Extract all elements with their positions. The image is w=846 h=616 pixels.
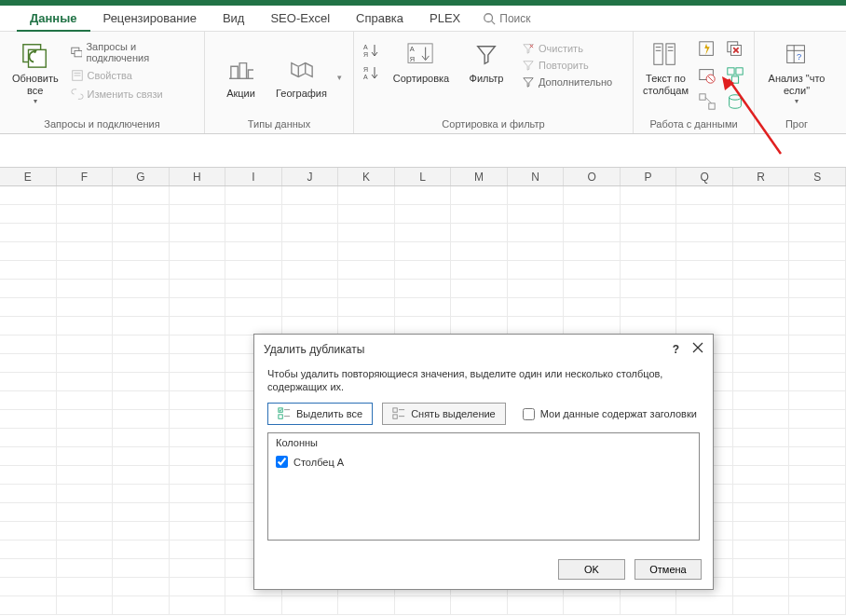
cell[interactable] [282, 596, 339, 614]
cell[interactable] [621, 298, 677, 316]
cell[interactable] [57, 261, 114, 279]
tab-data[interactable]: Данные [17, 6, 90, 32]
cell[interactable] [170, 391, 226, 409]
column-header[interactable]: M [451, 168, 508, 185]
cancel-button[interactable]: Отмена [634, 559, 702, 580]
cell[interactable] [676, 298, 733, 316]
cell[interactable] [395, 280, 452, 297]
cell[interactable] [170, 298, 226, 316]
cell[interactable] [621, 261, 677, 279]
cell[interactable] [0, 186, 57, 204]
cell[interactable] [170, 373, 226, 390]
cell[interactable] [0, 410, 57, 428]
cell[interactable] [508, 261, 565, 279]
cell[interactable] [508, 224, 565, 241]
text-to-columns-button[interactable]: Текст по столбцам [641, 37, 690, 99]
cell[interactable] [170, 317, 226, 335]
column-a-item[interactable]: Столбец A [276, 456, 691, 468]
cell[interactable] [733, 186, 790, 204]
select-all-button[interactable]: Выделить все [267, 403, 373, 425]
remove-duplicates-button[interactable] [722, 37, 748, 62]
filter-button[interactable]: Фильтр [460, 37, 512, 87]
cell[interactable] [789, 447, 846, 465]
cell[interactable] [508, 317, 565, 335]
cell[interactable] [57, 373, 114, 390]
cell[interactable] [225, 224, 282, 241]
cell[interactable] [395, 261, 452, 279]
cell[interactable] [395, 317, 452, 335]
ok-button[interactable]: OK [558, 559, 625, 580]
cell[interactable] [170, 485, 226, 502]
cell[interactable] [789, 466, 846, 484]
cell[interactable] [170, 541, 226, 558]
column-header[interactable]: F [57, 168, 114, 185]
cell[interactable] [225, 205, 282, 223]
cell[interactable] [733, 522, 790, 540]
cell[interactable] [733, 373, 790, 390]
cell[interactable] [395, 186, 452, 204]
cell[interactable] [170, 224, 226, 241]
tab-help[interactable]: Справка [343, 6, 416, 32]
cell[interactable] [789, 242, 846, 260]
cell[interactable] [282, 242, 339, 260]
cell[interactable] [789, 596, 846, 614]
advanced-filter-button[interactable]: Дополнительно [520, 75, 614, 89]
cell[interactable] [676, 186, 733, 204]
cell[interactable] [57, 335, 114, 353]
cell[interactable] [57, 596, 114, 614]
cell[interactable] [0, 447, 57, 465]
cell[interactable] [338, 298, 395, 316]
cell[interactable] [57, 242, 114, 260]
cell[interactable] [0, 317, 57, 335]
column-header[interactable]: S [789, 168, 846, 185]
cell[interactable] [451, 298, 508, 316]
cell[interactable] [170, 447, 226, 465]
cell[interactable] [0, 485, 57, 502]
what-if-button[interactable]: ? Анализ "что если" ▾ [762, 37, 831, 107]
cell[interactable] [733, 541, 790, 558]
cell[interactable] [170, 466, 226, 484]
cell[interactable] [789, 410, 846, 428]
cell[interactable] [676, 242, 733, 260]
cell[interactable] [57, 280, 114, 297]
tab-review[interactable]: Рецензирование [90, 6, 210, 32]
cell[interactable] [451, 205, 508, 223]
cell[interactable] [57, 541, 114, 558]
cell[interactable] [113, 559, 170, 577]
sort-az-button[interactable]: АЯ [362, 41, 382, 60]
cell[interactable] [733, 503, 790, 521]
column-header[interactable]: H [170, 168, 226, 185]
cell[interactable] [564, 280, 621, 297]
cell[interactable] [225, 317, 282, 335]
flash-fill-button[interactable] [694, 37, 720, 62]
cell[interactable] [789, 280, 846, 297]
cell[interactable] [338, 186, 395, 204]
sort-button[interactable]: АЯ Сортировка [388, 37, 455, 87]
cell[interactable] [789, 335, 846, 353]
deselect-all-button[interactable]: Снять выделение [382, 403, 506, 425]
cell[interactable] [57, 410, 114, 428]
cell[interactable] [508, 280, 565, 297]
cell[interactable] [0, 429, 57, 446]
cell[interactable] [282, 280, 339, 297]
cell[interactable] [676, 280, 733, 297]
cell[interactable] [789, 317, 846, 335]
cell[interactable] [57, 503, 114, 521]
cell[interactable] [170, 522, 226, 540]
cell[interactable] [113, 522, 170, 540]
cell[interactable] [621, 205, 677, 223]
cell[interactable] [789, 429, 846, 446]
cell[interactable] [338, 596, 395, 614]
cell[interactable] [57, 224, 114, 241]
cell[interactable] [170, 335, 226, 353]
cell[interactable] [113, 503, 170, 521]
cell[interactable] [508, 242, 565, 260]
cell[interactable] [0, 261, 57, 279]
cell[interactable] [170, 429, 226, 446]
cell[interactable] [733, 354, 790, 372]
cell[interactable] [170, 205, 226, 223]
cell[interactable] [733, 280, 790, 297]
cell[interactable] [0, 559, 57, 577]
cell[interactable] [451, 280, 508, 297]
column-header[interactable]: J [282, 168, 339, 185]
